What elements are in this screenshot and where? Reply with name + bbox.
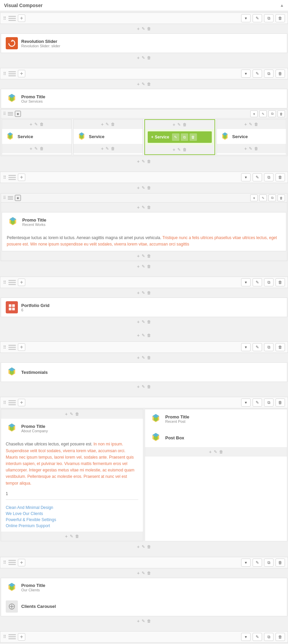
add-icon[interactable]: + — [137, 618, 140, 624]
edit-icon[interactable]: ✎ — [106, 122, 109, 127]
add-icon[interactable]: + — [101, 146, 104, 151]
add-icon[interactable]: + — [137, 333, 140, 338]
row-dropdown-button[interactable]: ▾ — [241, 398, 251, 407]
add-icon-b[interactable]: + — [137, 55, 140, 60]
add-icon[interactable]: + — [137, 319, 140, 325]
drag-icon[interactable]: ⠿ — [3, 400, 6, 405]
add-icon[interactable]: + — [137, 264, 140, 269]
drag-icon[interactable]: ⠿ — [3, 280, 6, 285]
row-dropdown-button[interactable]: ▾ — [241, 173, 251, 181]
delete-icon[interactable]: 🗑 — [254, 122, 258, 127]
row-delete-button[interactable]: 🗑 — [276, 278, 285, 286]
edit-icon[interactable]: ✎ — [70, 534, 73, 539]
delete-icon[interactable]: 🗑 — [147, 159, 151, 164]
add-element-button[interactable]: + — [18, 633, 25, 641]
edit-icon[interactable]: ✎ — [249, 122, 252, 127]
badge-copy-button[interactable]: ⧉ — [181, 133, 188, 141]
drag-icon[interactable]: ⠿ — [3, 175, 6, 180]
add-icon[interactable]: + — [137, 355, 140, 360]
col-dropdown[interactable]: ▾ — [250, 195, 258, 201]
edit-icon[interactable]: ✎ — [142, 26, 145, 31]
delete-icon[interactable]: 🗑 — [147, 290, 151, 295]
col-delete[interactable]: 🗑 — [278, 195, 285, 201]
add-icon[interactable]: + — [244, 146, 247, 151]
row-edit-button[interactable]: ✎ — [253, 633, 262, 641]
edit-icon[interactable]: ✎ — [142, 544, 145, 549]
row-delete-button[interactable]: 🗑 — [276, 398, 285, 407]
delete-icon[interactable]: 🗑 — [40, 146, 44, 151]
add-icon[interactable]: + — [137, 185, 140, 190]
add-icon[interactable]: + — [137, 81, 140, 87]
col-edit[interactable]: ✎ — [259, 195, 267, 201]
delete-icon[interactable]: 🗑 — [254, 146, 258, 151]
delete-icon[interactable]: 🗑 — [111, 146, 115, 151]
drag-icon[interactable]: ⠿ — [3, 71, 6, 76]
row-handle[interactable] — [8, 16, 16, 21]
edit-icon[interactable]: ✎ — [106, 146, 109, 151]
drag-icon[interactable]: ⠿ — [3, 16, 6, 21]
row-dropdown-button[interactable]: ▾ — [241, 633, 251, 641]
row-delete-button[interactable]: 🗑 — [276, 70, 285, 78]
delete-icon[interactable]: 🗑 — [147, 319, 151, 324]
add-icon[interactable]: + — [101, 122, 104, 127]
delete-icon[interactable]: 🗑 — [147, 26, 151, 31]
row-handle[interactable] — [8, 400, 16, 405]
col-edit[interactable]: ✎ — [259, 110, 267, 117]
add-icon[interactable]: + — [137, 26, 140, 31]
add-icon[interactable]: + — [173, 122, 175, 127]
edit-icon[interactable]: ✎ — [142, 159, 145, 164]
col-copy[interactable]: ⧉ — [268, 110, 276, 117]
delete-icon[interactable]: 🗑 — [219, 449, 223, 454]
delete-icon[interactable]: 🗑 — [147, 205, 151, 210]
row-dropdown-button[interactable]: ▾ — [241, 343, 251, 351]
add-element-button[interactable]: + — [18, 174, 25, 181]
delete-icon[interactable]: 🗑 — [147, 355, 151, 360]
col-dropdown[interactable]: ▾ — [250, 110, 258, 117]
row-delete-button[interactable]: 🗑 — [276, 173, 285, 181]
row-handle[interactable] — [8, 560, 16, 565]
edit-icon[interactable]: ✎ — [142, 82, 145, 86]
add-icon[interactable]: + — [137, 384, 140, 389]
row-copy-button[interactable]: ⧉ — [264, 633, 273, 641]
add-icon[interactable]: + — [173, 147, 175, 152]
row-delete-button[interactable]: 🗑 — [276, 343, 285, 351]
add-col-button[interactable]: + — [15, 195, 21, 201]
delete-icon[interactable]: 🗑 — [147, 571, 151, 575]
col-handle[interactable] — [8, 112, 13, 115]
drag-icon[interactable]: ⠿ — [3, 196, 6, 200]
edit-icon[interactable]: ✎ — [70, 412, 73, 416]
row-copy-button[interactable]: ⧉ — [264, 559, 273, 567]
delete-icon[interactable]: 🗑 — [40, 122, 44, 127]
edit-icon[interactable]: ✎ — [177, 122, 181, 127]
add-icon[interactable]: + — [65, 411, 67, 417]
row-handle[interactable] — [8, 634, 16, 639]
edit-icon[interactable]: ✎ — [142, 333, 145, 338]
add-element-button[interactable]: + — [18, 279, 25, 286]
add-icon[interactable]: + — [137, 290, 140, 295]
edit-icon[interactable]: ✎ — [249, 146, 252, 151]
col-handle[interactable] — [8, 196, 13, 200]
edit-icon[interactable]: ✎ — [142, 264, 145, 269]
delete-icon[interactable]: 🗑 — [75, 534, 79, 539]
row-delete-button[interactable]: 🗑 — [276, 559, 285, 567]
drag-icon[interactable]: ⠿ — [3, 111, 6, 116]
row-delete-button[interactable]: 🗑 — [276, 633, 285, 641]
add-icon[interactable]: + — [65, 534, 67, 539]
row-edit-button[interactable]: ✎ — [253, 559, 262, 567]
collapse-arrow-icon[interactable]: ▲ — [280, 3, 284, 8]
edit-icon[interactable]: ✎ — [142, 254, 145, 258]
row-handle[interactable] — [8, 280, 16, 285]
add-icon[interactable]: + — [137, 253, 140, 259]
delete-icon[interactable]: 🗑 — [111, 122, 115, 127]
edit-icon[interactable]: ✎ — [142, 290, 145, 295]
add-element-button[interactable]: + — [18, 15, 25, 22]
delete-icon[interactable]: 🗑 — [75, 412, 79, 416]
add-icon[interactable]: + — [244, 122, 247, 127]
row-copy-button[interactable]: ⧉ — [264, 398, 273, 407]
row-edit-button[interactable]: ✎ — [253, 14, 262, 22]
delete-icon[interactable]: 🗑 — [147, 619, 151, 623]
add-element-button[interactable]: + — [18, 559, 25, 566]
edit-icon[interactable]: ✎ — [34, 146, 38, 151]
row-delete-button[interactable]: 🗑 — [276, 14, 285, 22]
edit-icon[interactable]: ✎ — [142, 185, 145, 190]
